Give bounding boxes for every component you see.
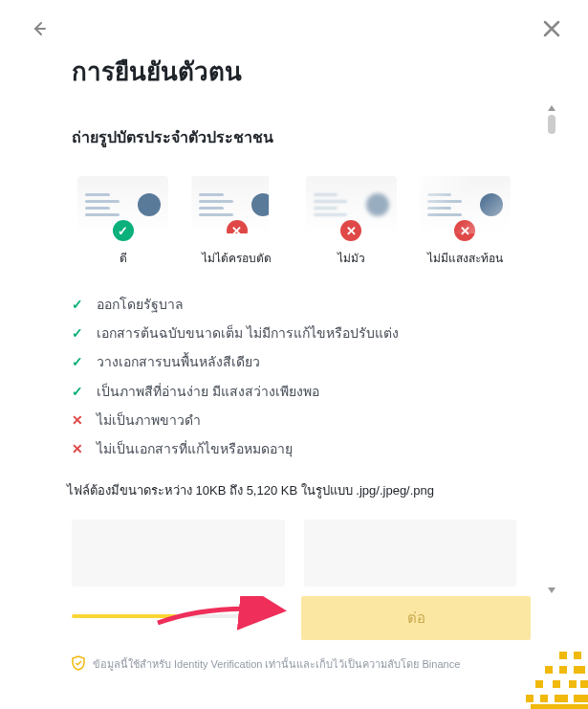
id-card-icon: ✓ [77, 176, 168, 233]
back-button[interactable] [27, 17, 50, 44]
close-button[interactable] [542, 17, 561, 44]
privacy-text: ข้อมูลนี้ใช้สำหรับ Identity Verification… [93, 655, 460, 673]
svg-rect-9 [526, 695, 534, 702]
check-icon: ✓ [72, 383, 87, 400]
scroll-up-icon [548, 105, 555, 111]
svg-rect-10 [540, 695, 548, 702]
example-label: ไม่มีแสงสะท้อน [427, 249, 503, 267]
list-item: ✓วางเอกสารบนพื้นหลังสีเดียว [72, 353, 516, 370]
id-card-blurry-icon: ✕ [306, 176, 397, 233]
example-cards-row: ✓ ดี ✕ ไม่ได้ครอบตัด ✕ ไม่มัว ✕ [72, 176, 516, 267]
list-item: ✕ไม่เป็นภาพขาวดำ [72, 411, 516, 429]
page-title: การยืนยันตัวตน [72, 52, 516, 91]
svg-rect-12 [574, 695, 588, 702]
svg-rect-0 [559, 652, 567, 659]
check-icon: ✓ [72, 324, 87, 342]
progress-indicator [72, 614, 177, 618]
example-not-blurry: ✕ ไม่มัว [300, 176, 403, 267]
check-icon: ✓ [113, 220, 134, 241]
svg-rect-13 [531, 704, 588, 709]
svg-rect-5 [535, 680, 543, 688]
scroll-down-icon [548, 587, 555, 593]
example-label: ดี [120, 249, 127, 267]
x-icon: ✕ [72, 440, 87, 457]
example-label: ไม่ได้ครอบตัด [202, 249, 272, 267]
id-card-cropped-icon: ✕ [191, 176, 282, 233]
svg-rect-6 [553, 680, 560, 688]
svg-rect-4 [574, 666, 585, 674]
continue-button[interactable]: ต่อ [301, 596, 531, 640]
svg-rect-1 [574, 652, 581, 659]
svg-rect-11 [555, 695, 568, 702]
scrollbar[interactable] [548, 115, 555, 584]
upload-front-box[interactable] [72, 520, 285, 587]
example-no-reflection: ✕ ไม่มีแสงสะท้อน [414, 176, 516, 267]
example-good: ✓ ดี [72, 176, 174, 267]
list-item: ✓ออกโดยรัฐบาล [72, 296, 516, 313]
list-item: ✓เป็นภาพสีที่อ่านง่าย มีแสงสว่างเพียงพอ [72, 383, 516, 400]
check-icon: ✓ [72, 353, 87, 370]
check-icon: ✓ [72, 296, 87, 313]
shield-icon [72, 655, 85, 673]
requirements-checklist: ✓ออกโดยรัฐบาล ✓เอกสารต้นฉบับขนาดเต็ม ไม่… [72, 296, 516, 457]
x-icon: ✕ [227, 220, 248, 241]
svg-rect-2 [545, 666, 553, 674]
svg-rect-3 [559, 666, 567, 674]
section-subtitle: ถ่ายรูปบัตรประจำตัวประชาชน [72, 125, 516, 149]
id-card-reflection-icon: ✕ [420, 176, 511, 233]
file-requirements-text: ไฟล์ต้องมีขนาดระหว่าง 10KB ถึง 5,120 KB … [67, 480, 516, 500]
svg-rect-8 [580, 680, 588, 688]
list-item: ✓เอกสารต้นฉบับขนาดเต็ม ไม่มีการแก้ไขหรือ… [72, 324, 516, 342]
qr-code-icon [526, 647, 588, 709]
scrollbar-thumb[interactable] [548, 115, 555, 134]
x-icon: ✕ [454, 220, 475, 241]
example-not-cropped: ✕ ไม่ได้ครอบตัด [185, 176, 288, 267]
x-icon: ✕ [340, 220, 361, 241]
upload-back-box[interactable] [304, 520, 517, 587]
example-label: ไม่มัว [338, 249, 365, 267]
svg-rect-7 [569, 680, 577, 688]
x-icon: ✕ [72, 411, 87, 429]
list-item: ✕ไม่เป็นเอกสารที่แก้ไขหรือหมดอายุ [72, 440, 516, 457]
